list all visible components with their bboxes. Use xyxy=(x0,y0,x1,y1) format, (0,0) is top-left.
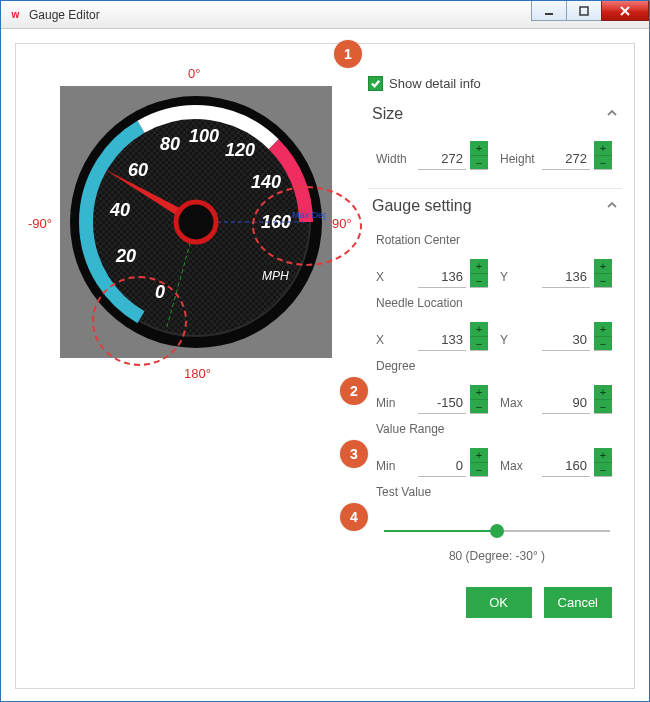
degree-min-field: Min -150 +− xyxy=(376,385,488,414)
rotation-center-x-field: X 136 +− xyxy=(376,259,488,288)
needle-y-field: Y 30 +− xyxy=(500,322,612,351)
angle-label-top: 0° xyxy=(188,66,200,81)
rc-y-down[interactable]: − xyxy=(594,273,612,287)
width-field: Width 272 + − xyxy=(376,141,488,170)
angle-label-bottom: 180° xyxy=(184,366,211,381)
show-detail-checkbox[interactable] xyxy=(368,76,383,91)
window-controls xyxy=(531,1,649,28)
show-detail-label: Show detail info xyxy=(389,76,481,91)
annotation-marker-4-label: 4 xyxy=(350,509,358,525)
maximize-button[interactable] xyxy=(566,1,602,21)
degree-max-field: Max 90 +− xyxy=(500,385,612,414)
close-button[interactable] xyxy=(601,1,649,21)
svg-rect-1 xyxy=(580,7,588,15)
window-title: Gauge Editor xyxy=(29,8,100,22)
svg-text:40: 40 xyxy=(109,200,130,220)
test-value-slider[interactable] xyxy=(384,521,610,541)
rc-x-down[interactable]: − xyxy=(470,273,488,287)
cancel-button[interactable]: Cancel xyxy=(544,587,612,618)
rc-x-value[interactable]: 136 xyxy=(418,267,466,288)
titlebar: w Gauge Editor xyxy=(1,1,649,29)
rc-y-value[interactable]: 136 xyxy=(542,267,590,288)
test-value-label: Test Value xyxy=(376,485,618,499)
rc-x-up[interactable]: + xyxy=(470,259,488,273)
nl-x-up[interactable]: + xyxy=(470,322,488,336)
width-spinner: + − xyxy=(470,141,488,170)
width-step-down[interactable]: − xyxy=(470,155,488,169)
svg-text:120: 120 xyxy=(225,140,255,160)
degree-min-up[interactable]: + xyxy=(470,385,488,399)
highlight-ellipse-min xyxy=(92,276,187,366)
value-min-value[interactable]: 0 xyxy=(418,456,466,477)
degree-max-value[interactable]: 90 xyxy=(542,393,590,414)
value-min-field: Min 0 +− xyxy=(376,448,488,477)
slider-thumb[interactable] xyxy=(490,524,504,538)
value-min-label: Min xyxy=(376,459,414,477)
test-value-readout: 80 (Degree: -30° ) xyxy=(380,549,614,563)
rc-y-label: Y xyxy=(500,270,538,288)
value-range-label: Value Range xyxy=(376,422,618,436)
value-max-value[interactable]: 160 xyxy=(542,456,590,477)
rotation-center-label: Rotation Center xyxy=(376,233,618,247)
nl-y-label: Y xyxy=(500,333,538,351)
annotation-marker-3: 3 xyxy=(340,440,368,468)
annotation-marker-2-label: 2 xyxy=(350,383,358,399)
svg-text:80: 80 xyxy=(160,134,180,154)
annotation-marker-3-label: 3 xyxy=(350,446,358,462)
degree-min-label: Min xyxy=(376,396,414,414)
height-field: Height 272 + − xyxy=(500,141,612,170)
section-title-size: Size xyxy=(372,105,403,123)
degree-min-down[interactable]: − xyxy=(470,399,488,413)
value-max-field: Max 160 +− xyxy=(500,448,612,477)
degree-label: Degree xyxy=(376,359,618,373)
needle-location-label: Needle Location xyxy=(376,296,618,310)
nl-y-value[interactable]: 30 xyxy=(542,330,590,351)
svg-text:60: 60 xyxy=(128,160,148,180)
height-value[interactable]: 272 xyxy=(542,149,590,170)
degree-min-value[interactable]: -150 xyxy=(418,393,466,414)
width-value[interactable]: 272 xyxy=(418,149,466,170)
annotation-marker-2: 2 xyxy=(340,377,368,405)
value-max-down[interactable]: − xyxy=(594,462,612,476)
nl-x-down[interactable]: − xyxy=(470,336,488,350)
needle-x-field: X 133 +− xyxy=(376,322,488,351)
svg-text:MPH: MPH xyxy=(262,269,289,283)
section-title-gauge: Gauge setting xyxy=(372,197,472,215)
nl-x-label: X xyxy=(376,333,414,351)
height-spinner: + − xyxy=(594,141,612,170)
degree-max-down[interactable]: − xyxy=(594,399,612,413)
annotation-marker-1: 1 xyxy=(334,40,362,68)
section-head-gauge[interactable]: Gauge setting xyxy=(368,189,622,225)
rotation-center-y-field: Y 136 +− xyxy=(500,259,612,288)
annotation-marker-1-label: 1 xyxy=(344,46,352,62)
settings-panel: Show detail info Size Width 272 xyxy=(368,76,622,676)
rc-y-up[interactable]: + xyxy=(594,259,612,273)
height-step-up[interactable]: + xyxy=(594,141,612,155)
width-step-up[interactable]: + xyxy=(470,141,488,155)
value-max-label: Max xyxy=(500,459,538,477)
angle-label-left: -90° xyxy=(28,216,52,231)
svg-point-21 xyxy=(176,202,216,242)
minimize-button[interactable] xyxy=(531,1,567,21)
degree-max-up[interactable]: + xyxy=(594,385,612,399)
chevron-up-icon xyxy=(606,197,618,215)
height-label: Height xyxy=(500,152,538,170)
section-head-size[interactable]: Size xyxy=(368,97,622,133)
value-min-down[interactable]: − xyxy=(470,462,488,476)
app-icon: w xyxy=(7,7,23,23)
value-max-up[interactable]: + xyxy=(594,448,612,462)
value-min-up[interactable]: + xyxy=(470,448,488,462)
svg-text:100: 100 xyxy=(189,126,219,146)
svg-text:140: 140 xyxy=(251,172,281,192)
window: w Gauge Editor 1 0° 90° 180° xyxy=(0,0,650,702)
ok-button[interactable]: OK xyxy=(466,587,532,618)
angle-label-right: 90° xyxy=(332,216,352,231)
rc-x-label: X xyxy=(376,270,414,288)
width-label: Width xyxy=(376,152,414,170)
nl-y-down[interactable]: − xyxy=(594,336,612,350)
nl-x-value[interactable]: 133 xyxy=(418,330,466,351)
gauge-preview: 0° 90° 180° -90° xyxy=(30,76,360,396)
height-step-down[interactable]: − xyxy=(594,155,612,169)
nl-y-up[interactable]: + xyxy=(594,322,612,336)
degree-max-label: Max xyxy=(500,396,538,414)
